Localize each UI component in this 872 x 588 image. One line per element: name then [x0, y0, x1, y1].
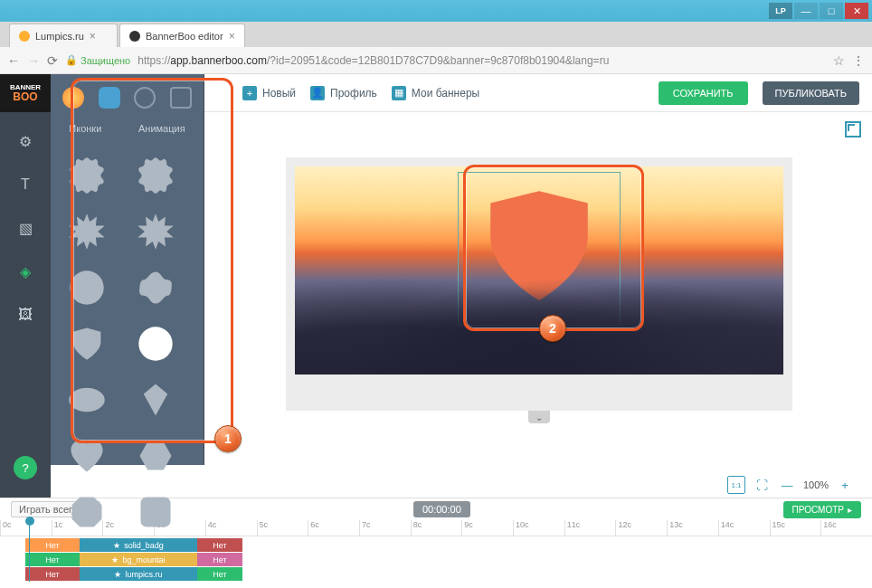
svg-marker-0	[69, 213, 105, 250]
shape-quatrefoil[interactable]	[132, 264, 179, 311]
annotation-badge-2: 2	[539, 315, 566, 342]
fullscreen-icon[interactable]: ⛶	[753, 476, 771, 494]
left-toolbar: ⚙ T ▧ ◈ 🖼 ?	[0, 112, 51, 498]
publish-button[interactable]: ПУБЛИКОВАТЬ	[763, 81, 859, 105]
ruler-tick: 15c	[770, 520, 821, 536]
nav-reload-icon[interactable]: ⟳	[47, 53, 58, 68]
ruler-tick: 5c	[257, 520, 308, 536]
shape-hexagon[interactable]	[132, 432, 179, 479]
scrubber-handle[interactable]	[25, 517, 34, 526]
stage-wrapper: ⌄	[286, 157, 792, 411]
shape-diamond[interactable]	[132, 376, 179, 423]
svg-point-3	[138, 327, 172, 360]
shapes-panel: Иконки Анимация	[51, 74, 204, 465]
tab-animation[interactable]: Анимация	[131, 119, 193, 138]
shape-heart[interactable]	[63, 432, 110, 479]
browser-tab[interactable]: Lumpics.ru ×	[9, 24, 118, 47]
nav-back-icon[interactable]: ←	[7, 53, 20, 68]
shapes-tool-icon[interactable]: ◈	[14, 261, 36, 282]
panel-header	[51, 74, 204, 112]
track-row[interactable]: Нет★lumpics.ruНет	[25, 567, 872, 581]
shape-octagon[interactable]	[63, 488, 110, 536]
star-icon: ★	[111, 555, 118, 564]
grid-icon: ▦	[392, 86, 406, 100]
fit-screen-icon[interactable]	[845, 121, 861, 138]
app-logo[interactable]: BANNERBOO	[0, 74, 51, 112]
favicon-icon	[129, 31, 140, 42]
shape-circle-white[interactable]	[132, 320, 179, 367]
annotation-badge-1: 1	[214, 425, 242, 452]
plus-icon: +	[242, 86, 257, 100]
star-icon: ★	[114, 570, 121, 579]
shape-shield[interactable]	[63, 320, 110, 367]
shape-starburst[interactable]	[63, 208, 110, 255]
save-button[interactable]: СОХРАНИТЬ	[659, 81, 748, 105]
ruler-tick: 13c	[667, 520, 718, 536]
svg-marker-6	[139, 442, 171, 470]
image-tool-icon[interactable]: 🖼	[14, 304, 36, 326]
zoom-controls: 1:1 ⛶ — 100% +	[718, 472, 872, 498]
profile-button[interactable]: 👤Профиль	[310, 86, 377, 100]
help-button[interactable]: ?	[14, 456, 37, 479]
shape-starburst[interactable]	[132, 208, 179, 255]
selected-shield-object[interactable]	[458, 172, 621, 326]
ruler-tick: 8c	[411, 520, 462, 536]
bookmark-icon[interactable]: ☆	[833, 53, 845, 68]
shape-ellipse[interactable]	[63, 376, 110, 423]
tab-icons[interactable]: Иконки	[62, 119, 109, 138]
tab-title: BannerBoo editor	[146, 31, 223, 42]
settings-tool-icon[interactable]: ⚙	[14, 130, 36, 152]
color-swatch-icon[interactable]	[134, 87, 156, 109]
text-tool-icon[interactable]: T	[14, 174, 36, 195]
preview-button[interactable]: ПРОСМОТР▸	[783, 501, 861, 518]
timeline-tracks: Нет★solid_badgНет Нет★bg_mountaiНет Нет★…	[0, 536, 872, 583]
new-button[interactable]: +Новый	[242, 86, 296, 100]
tab-close-icon[interactable]: ×	[229, 30, 235, 43]
svg-marker-7	[72, 498, 102, 527]
panel-tabs: Иконки Анимация	[51, 112, 204, 145]
person-icon: 👤	[310, 86, 325, 100]
zoom-ratio-button[interactable]: 1:1	[727, 476, 745, 494]
ruler-tick: 16c	[820, 520, 872, 536]
ruler-tick: 14c	[718, 520, 770, 536]
color-swatch-icon[interactable]	[170, 87, 192, 109]
tab-close-icon[interactable]: ×	[90, 30, 96, 43]
window-maximize[interactable]: □	[820, 3, 843, 19]
color-swatch-icon[interactable]	[99, 87, 120, 109]
track-row[interactable]: Нет★bg_mountaiНет	[25, 553, 872, 566]
browser-tab[interactable]: BannerBoo editor ×	[119, 24, 245, 47]
zoom-value: 100%	[803, 479, 829, 490]
canvas-stage[interactable]	[295, 166, 783, 375]
url-display[interactable]: https://app.bannerboo.com/?id=20951&code…	[137, 54, 826, 67]
ruler-tick: 6c	[308, 520, 359, 536]
window-close[interactable]: ✕	[845, 3, 868, 19]
shape-scallop-badge[interactable]	[132, 152, 179, 199]
window-titlebar: LP — □ ✕	[0, 0, 872, 22]
address-bar: ← → ⟳ 🔒 Защищено https://app.bannerboo.c…	[0, 47, 872, 74]
shape-scallop-badge[interactable]	[63, 152, 110, 199]
nav-forward-icon[interactable]: →	[27, 53, 40, 68]
pattern-tool-icon[interactable]: ▧	[14, 217, 36, 239]
ruler-tick: 12c	[615, 520, 667, 536]
browser-menu-icon[interactable]: ⋮	[852, 53, 865, 68]
browser-tabbar: Lumpics.ru × BannerBoo editor ×	[0, 22, 872, 47]
ruler-tick: 11c	[564, 520, 616, 536]
lp-button[interactable]: LP	[769, 3, 792, 19]
tab-title: Lumpics.ru	[35, 31, 84, 42]
timecode-display: 00:00:00	[413, 501, 470, 517]
play-icon: ▸	[848, 505, 852, 515]
secure-badge: 🔒 Защищено	[65, 54, 130, 66]
shape-rounded-square[interactable]	[132, 488, 179, 536]
shapes-grid	[51, 145, 204, 543]
ruler-tick: 4c	[205, 520, 257, 536]
shape-circle[interactable]	[63, 264, 110, 311]
svg-rect-8	[140, 498, 170, 527]
zoom-out-icon[interactable]: —	[778, 476, 796, 494]
zoom-in-icon[interactable]: +	[836, 476, 854, 494]
expand-chevron-icon[interactable]: ⌄	[528, 411, 550, 423]
banners-button[interactable]: ▦Мои баннеры	[392, 86, 479, 100]
ruler-tick: 7c	[359, 520, 411, 536]
color-swatch-icon[interactable]	[62, 87, 84, 109]
window-minimize[interactable]: —	[794, 3, 818, 19]
svg-marker-1	[137, 213, 174, 250]
